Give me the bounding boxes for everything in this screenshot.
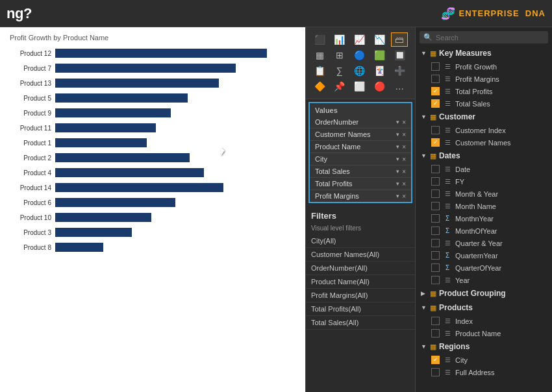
- field-item[interactable]: ☰City: [417, 354, 551, 366]
- field-item[interactable]: ☰Date: [417, 163, 551, 175]
- field-group-header[interactable]: ▼▦Products: [417, 300, 551, 315]
- vis-icon-cell[interactable]: ➕: [391, 64, 408, 78]
- field-checkbox[interactable]: [431, 126, 440, 134]
- value-item[interactable]: Product Name▾×: [310, 141, 411, 153]
- bar-label: Product 10: [10, 214, 55, 221]
- value-dropdown-icon[interactable]: ▾: [396, 180, 399, 187]
- field-checkbox[interactable]: [431, 190, 440, 198]
- vis-icon-cell[interactable]: ⊞: [331, 48, 348, 62]
- filter-item[interactable]: City(All): [306, 234, 415, 248]
- field-group-header[interactable]: ▼▦Dates: [417, 149, 551, 163]
- bar-label: Product 6: [10, 199, 55, 206]
- value-item[interactable]: Profit Margins▾×: [310, 190, 411, 202]
- value-item[interactable]: Total Sales▾×: [310, 165, 411, 178]
- value-dropdown-icon[interactable]: ▾: [396, 168, 399, 175]
- filter-item[interactable]: Profit Margins(All): [306, 289, 415, 302]
- vis-icon-cell[interactable]: 🔲: [391, 48, 408, 62]
- vis-icon-cell[interactable]: 🃏: [371, 64, 388, 78]
- vis-icon-cell[interactable]: …: [391, 79, 408, 93]
- field-item[interactable]: ☰Year: [417, 274, 551, 286]
- vis-icon-cell[interactable]: ⬛: [311, 32, 328, 47]
- filter-item[interactable]: Customer Names(All): [306, 248, 415, 262]
- field-checkbox[interactable]: [431, 251, 440, 260]
- vis-icon-cell[interactable]: 📋: [311, 64, 328, 78]
- field-item[interactable]: ☰Customer Names: [417, 136, 551, 149]
- field-checkbox[interactable]: [431, 99, 440, 108]
- field-checkbox[interactable]: [431, 177, 440, 186]
- filter-item[interactable]: Product Name(All): [306, 275, 415, 289]
- field-checkbox[interactable]: [431, 329, 440, 337]
- value-remove-icon[interactable]: ×: [402, 143, 406, 151]
- field-checkbox[interactable]: [431, 276, 440, 284]
- vis-icon-cell[interactable]: ∑: [331, 64, 348, 78]
- vis-icon-cell[interactable]: 🔶: [311, 79, 328, 93]
- field-group-header[interactable]: ▼▦Regions: [417, 339, 551, 354]
- field-item[interactable]: ΣQuarterOfYear: [417, 262, 551, 274]
- vis-icon-cell[interactable]: ⬜: [351, 79, 368, 93]
- search-input[interactable]: [436, 34, 544, 42]
- value-dropdown-icon[interactable]: ▾: [396, 193, 399, 199]
- field-label: City: [455, 356, 468, 364]
- value-item[interactable]: Customer Names▾×: [310, 129, 411, 141]
- field-checkbox[interactable]: [431, 356, 440, 364]
- value-item[interactable]: OrderNumber▾×: [310, 116, 411, 129]
- field-checkbox[interactable]: [431, 165, 440, 173]
- value-dropdown-icon[interactable]: ▾: [396, 156, 399, 162]
- vis-icon-cell[interactable]: 🌐: [351, 64, 368, 78]
- field-item[interactable]: ΣMonthOfYear: [417, 225, 551, 237]
- field-checkbox[interactable]: [431, 138, 440, 147]
- middle-panel: ⬛📊📈📉🗃▦⊞🔵🟩🔲📋∑🌐🃏➕🔶📌⬜🔴… Values OrderNumber▾…: [305, 27, 416, 392]
- field-checkbox[interactable]: [431, 227, 440, 235]
- field-item[interactable]: ☰Total Sales: [417, 97, 551, 110]
- filter-item[interactable]: Total Sales(All): [306, 316, 415, 330]
- field-item[interactable]: ☰Index: [417, 315, 551, 327]
- vis-icon-cell[interactable]: 🟩: [371, 48, 388, 62]
- value-remove-icon[interactable]: ×: [402, 131, 406, 138]
- field-item[interactable]: ☰Total Profits: [417, 85, 551, 97]
- vis-icon-cell[interactable]: ▦: [311, 48, 328, 62]
- field-item[interactable]: ☰Profit Margins: [417, 73, 551, 85]
- field-checkbox[interactable]: [431, 317, 440, 325]
- vis-icon-cell[interactable]: 🗃: [391, 32, 408, 47]
- field-checkbox[interactable]: [431, 202, 440, 210]
- field-checkbox[interactable]: [431, 214, 440, 223]
- value-item[interactable]: City▾×: [310, 153, 411, 165]
- field-item[interactable]: ☰Full Address: [417, 366, 551, 378]
- value-dropdown-icon[interactable]: ▾: [396, 119, 399, 125]
- field-item[interactable]: ☰Product Name: [417, 327, 551, 339]
- value-dropdown-icon[interactable]: ▾: [396, 143, 399, 150]
- value-remove-icon[interactable]: ×: [402, 168, 406, 175]
- field-group-header[interactable]: ▶▦Product Grouping: [417, 286, 551, 300]
- value-remove-icon[interactable]: ×: [402, 119, 406, 126]
- filter-item[interactable]: OrderNumber(All): [306, 262, 415, 275]
- filter-item[interactable]: Total Profits(All): [306, 302, 415, 316]
- field-item[interactable]: ☰Profit Growth: [417, 60, 551, 73]
- field-item[interactable]: ΣQuarternYear: [417, 249, 551, 262]
- field-checkbox[interactable]: [431, 368, 440, 376]
- value-remove-icon[interactable]: ×: [402, 180, 406, 188]
- field-item[interactable]: ΣMonthnYear: [417, 212, 551, 225]
- value-remove-icon[interactable]: ×: [402, 193, 406, 200]
- vis-icon-cell[interactable]: 📊: [331, 32, 348, 47]
- field-checkbox[interactable]: [431, 75, 440, 83]
- field-checkbox[interactable]: [431, 87, 440, 95]
- field-group-header[interactable]: ▼▦Key Measures: [417, 46, 551, 60]
- field-checkbox[interactable]: [431, 263, 440, 272]
- value-dropdown-icon[interactable]: ▾: [396, 131, 399, 138]
- vis-icon-cell[interactable]: 🔵: [351, 48, 368, 62]
- vis-icon-cell[interactable]: 📉: [371, 32, 388, 47]
- value-item[interactable]: Total Profits▾×: [310, 178, 411, 190]
- bar-row: Product 9: [10, 106, 295, 119]
- field-group-header[interactable]: ▼▦Customer: [417, 110, 551, 124]
- field-item[interactable]: ☰Month & Year: [417, 188, 551, 200]
- vis-icon-cell[interactable]: 📈: [351, 32, 368, 47]
- field-item[interactable]: ☰Quarter & Year: [417, 237, 551, 249]
- field-item[interactable]: ☰Month Name: [417, 200, 551, 212]
- field-item[interactable]: ☰FY: [417, 175, 551, 188]
- vis-icon-cell[interactable]: 🔴: [371, 79, 388, 93]
- value-remove-icon[interactable]: ×: [402, 156, 406, 163]
- field-checkbox[interactable]: [431, 62, 440, 71]
- field-checkbox[interactable]: [431, 239, 440, 247]
- vis-icon-cell[interactable]: 📌: [331, 79, 348, 93]
- field-item[interactable]: ☰Customer Index: [417, 124, 551, 136]
